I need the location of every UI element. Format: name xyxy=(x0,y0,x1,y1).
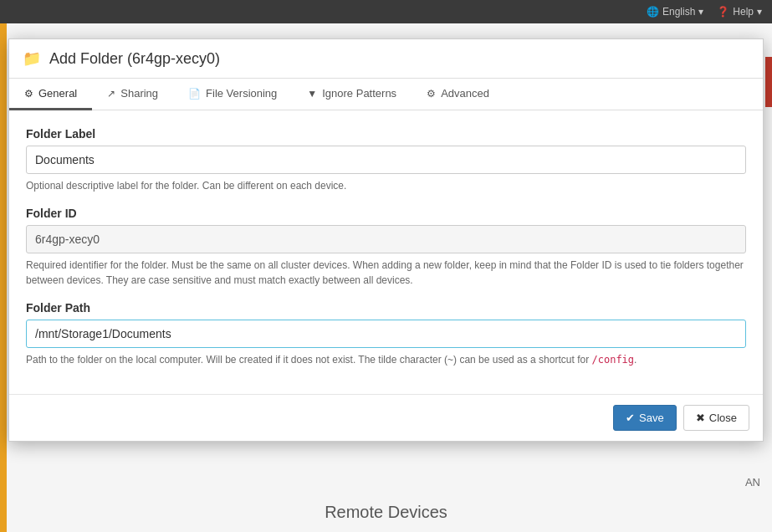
background-content: AN Remote Devices 📁 Add Folder (6r4gp-xe… xyxy=(0,23,772,532)
folder-label-group: Folder Label Optional descriptive label … xyxy=(26,127,746,193)
folder-icon: 📁 xyxy=(23,49,41,68)
top-bar: 🌐 English ▾ ❓ Help ▾ xyxy=(0,0,772,23)
close-button[interactable]: ✖ Close xyxy=(683,405,749,431)
save-icon: ✔ xyxy=(626,412,635,424)
folder-path-group: Folder Path Path to the folder on the lo… xyxy=(26,301,746,367)
folder-path-hint: Path to the folder on the local computer… xyxy=(26,352,746,367)
save-label: Save xyxy=(639,412,664,424)
sharing-tab-label: Sharing xyxy=(120,87,158,100)
folder-path-hint-prefix: Path to the folder on the local computer… xyxy=(26,354,591,366)
modal-overlay: 📁 Add Folder (6r4gp-xecy0) ⚙ General ↗ S… xyxy=(0,23,772,532)
close-icon: ✖ xyxy=(696,412,705,424)
tab-general[interactable]: ⚙ General xyxy=(9,79,92,110)
language-label: English xyxy=(662,6,695,18)
language-selector[interactable]: 🌐 English ▾ xyxy=(647,6,703,18)
folder-path-hint-suffix: . xyxy=(634,354,637,366)
folder-id-label: Folder ID xyxy=(26,207,746,220)
file-versioning-tab-icon: 📄 xyxy=(188,88,201,100)
tab-ignore-patterns[interactable]: ▼ Ignore Patterns xyxy=(292,79,412,110)
tab-bar: ⚙ General ↗ Sharing 📄 File Versioning ▼ … xyxy=(9,79,763,110)
advanced-tab-label: Advanced xyxy=(441,87,489,100)
tab-advanced[interactable]: ⚙ Advanced xyxy=(412,79,504,110)
help-label: Help xyxy=(733,6,754,18)
modal-title-bar: 📁 Add Folder (6r4gp-xecy0) xyxy=(9,39,763,79)
sharing-tab-icon: ↗ xyxy=(107,88,115,100)
ignore-patterns-tab-icon: ▼ xyxy=(307,88,317,100)
folder-label-label: Folder Label xyxy=(26,127,746,141)
folder-path-label: Folder Path xyxy=(26,301,746,315)
folder-label-hint: Optional descriptive label for the folde… xyxy=(26,178,746,193)
folder-path-hint-code: /config xyxy=(591,354,634,366)
help-icon: ❓ xyxy=(717,6,729,18)
close-label: Close xyxy=(709,412,737,424)
save-button[interactable]: ✔ Save xyxy=(613,405,677,431)
folder-label-input[interactable] xyxy=(26,146,746,174)
help-selector[interactable]: ❓ Help ▾ xyxy=(717,6,762,18)
modal-body: Folder Label Optional descriptive label … xyxy=(9,110,763,394)
modal-title-text: Add Folder (6r4gp-xecy0) xyxy=(49,50,220,68)
folder-id-input xyxy=(26,225,746,253)
globe-icon: 🌐 xyxy=(647,6,659,18)
language-chevron: ▾ xyxy=(698,6,703,18)
help-chevron: ▾ xyxy=(757,6,762,18)
folder-path-input[interactable] xyxy=(26,320,746,348)
folder-id-group: Folder ID Required identifier for the fo… xyxy=(26,207,746,288)
general-tab-icon: ⚙ xyxy=(24,88,33,100)
modal-footer: ✔ Save ✖ Close xyxy=(9,394,763,441)
tab-file-versioning[interactable]: 📄 File Versioning xyxy=(173,79,292,110)
general-tab-label: General xyxy=(38,87,77,100)
tab-sharing[interactable]: ↗ Sharing xyxy=(92,79,173,110)
add-folder-dialog: 📁 Add Folder (6r4gp-xecy0) ⚙ General ↗ S… xyxy=(8,38,764,442)
ignore-patterns-tab-label: Ignore Patterns xyxy=(322,87,396,100)
advanced-tab-icon: ⚙ xyxy=(427,88,436,100)
folder-id-hint: Required identifier for the folder. Must… xyxy=(26,258,746,288)
file-versioning-tab-label: File Versioning xyxy=(206,87,277,100)
